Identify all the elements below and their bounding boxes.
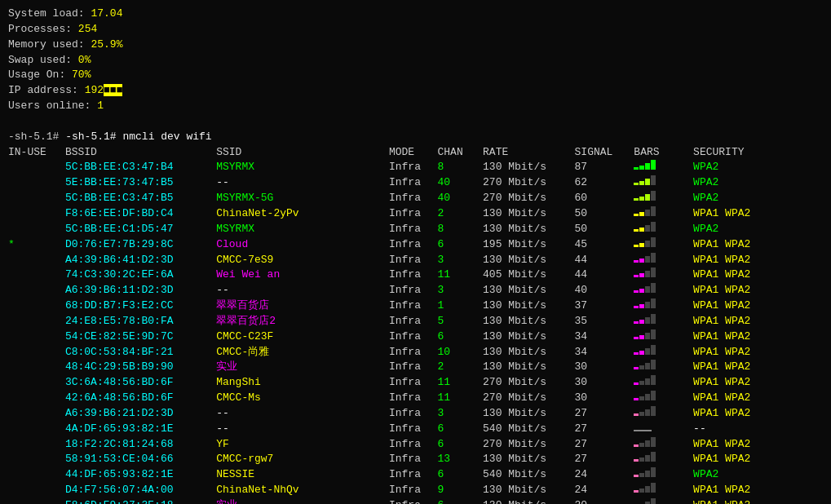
bar-segment <box>634 382 639 385</box>
cell-bssid: 44:DF:65:93:82:1E <box>65 467 216 483</box>
cell-bars <box>634 314 693 329</box>
cell-ssid: CMCC-rgw7 <box>216 452 389 467</box>
sysinfo-label-usage: Usage On: <box>8 69 65 81</box>
cell-mode: Infra <box>389 422 438 437</box>
bar-segment <box>645 486 650 493</box>
bar-segment <box>645 210 650 216</box>
cell-rate: 130 Mbit/s <box>483 345 574 360</box>
bar-segment <box>651 406 656 416</box>
bar-segment <box>651 360 656 369</box>
bar-segment <box>639 412 644 416</box>
cell-bars <box>634 191 693 206</box>
bar-segment <box>634 444 639 447</box>
table-row: 5C:BB:EE:C3:47:B5MSYRMX-5GInfra40270 Mbi… <box>8 191 823 206</box>
bar-segment <box>634 475 639 477</box>
bar-segment <box>645 256 650 263</box>
cell-rate: 130 Mbit/s <box>483 283 574 298</box>
cell-chan: 6 <box>437 422 483 437</box>
sysinfo-row-memory: Memory used: 25.9% <box>8 38 823 53</box>
cell-inuse <box>8 422 65 437</box>
bar-segment <box>651 452 656 462</box>
cell-bars <box>634 329 693 345</box>
bar-segment <box>645 348 650 355</box>
cell-security: WPA1 WPA2 <box>693 375 823 391</box>
cell-inuse <box>8 191 65 206</box>
cell-chan: 2 <box>437 206 483 222</box>
cell-bssid: A6:39:B6:11:D2:3D <box>65 283 216 298</box>
cell-rate: 130 Mbit/s <box>483 360 574 375</box>
cell-bars <box>634 437 693 453</box>
cell-signal: 40 <box>575 283 634 298</box>
bar-segment <box>651 483 656 493</box>
cell-rate: 270 Mbit/s <box>483 175 574 191</box>
cell-bssid: D4:F7:56:07:4A:00 <box>65 483 216 498</box>
bars-visual <box>634 483 656 493</box>
sysinfo-value-ip: 192■■■ <box>85 84 123 96</box>
sysinfo-label-ip: IP address: <box>8 84 78 96</box>
bar-segment <box>634 398 639 400</box>
table-row: A4:39:B6:41:D2:3DCMCC-7eS9Infra3130 Mbit… <box>8 253 823 268</box>
cell-inuse <box>8 375 65 391</box>
cell-bssid: 58:91:53:CE:04:66 <box>65 452 216 467</box>
bars-visual <box>634 329 656 339</box>
cell-bssid: 5C:BB:EE:C3:47:B4 <box>65 160 216 175</box>
cell-inuse <box>8 391 65 406</box>
sysinfo-value-usage: 70% <box>72 69 91 81</box>
cell-bssid: E8:6D:E9:27:3E:18 <box>65 498 216 504</box>
cell-ssid: 实业 <box>216 360 389 375</box>
cell-bars <box>634 237 693 253</box>
bar-segment <box>651 160 656 170</box>
cell-bars <box>634 283 693 298</box>
cell-bssid: 4A:DF:65:93:82:1E <box>65 422 216 437</box>
cell-bssid: 3C:6A:48:56:BD:6F <box>65 375 216 391</box>
bar-segment <box>634 337 639 339</box>
cell-chan: 6 <box>437 237 483 253</box>
cell-bars <box>634 298 693 314</box>
bars-visual <box>634 314 656 324</box>
cell-chan: 3 <box>437 406 483 422</box>
cell-signal: 34 <box>575 345 634 360</box>
bar-segment <box>639 243 644 247</box>
cell-security: WPA1 WPA2 <box>693 483 823 498</box>
cell-rate: 540 Mbit/s <box>483 422 574 437</box>
cell-inuse <box>8 329 65 345</box>
cell-ssid: Wei Wei an <box>216 267 389 283</box>
cell-mode: Infra <box>389 406 438 422</box>
sysinfo-value-load: 17.04 <box>91 7 122 20</box>
bars-visual <box>634 160 656 170</box>
cell-signal: 60 <box>575 191 634 206</box>
terminal-window: System load: 17.04 Processes: 254 Memory… <box>8 7 823 504</box>
sysinfo-value-memory: 25.9% <box>91 38 122 51</box>
table-row: 4A:DF:65:93:82:1E--Infra6540 Mbit/s27-- <box>8 422 823 437</box>
cell-inuse <box>8 483 65 498</box>
cell-chan: 5 <box>437 314 483 329</box>
sysinfo-row-usage: Usage On: 70% <box>8 68 823 83</box>
bar-segment <box>651 191 656 201</box>
bars-empty <box>634 430 652 431</box>
bar-segment <box>651 237 656 247</box>
bar-segment <box>645 378 650 385</box>
header-inuse: IN-USE <box>8 145 65 161</box>
bar-segment <box>651 267 656 277</box>
cell-mode: Infra <box>389 314 438 329</box>
command-prompt: -sh-5.1# <box>8 130 65 143</box>
bar-segment <box>645 455 650 462</box>
cell-ssid: CMCC-Ms <box>216 391 389 406</box>
cell-security: WPA1 WPA2 <box>693 360 823 375</box>
cell-bssid: 5C:BB:EE:C1:D5:47 <box>65 222 216 237</box>
cell-mode: Infra <box>389 360 438 375</box>
cell-inuse <box>8 298 65 314</box>
cell-chan: 8 <box>437 222 483 237</box>
command-line: -sh-5.1# -sh-5.1# nmcli dev wifi <box>8 130 823 145</box>
cell-ssid: 翠翠百货店2 <box>216 314 389 329</box>
cell-bssid: 5E:BB:EE:73:47:B5 <box>65 175 216 191</box>
cell-security: WPA1 WPA2 <box>693 267 823 283</box>
table-row: C8:0C:53:84:BF:21CMCC-尚雅Infra10130 Mbit/… <box>8 345 823 360</box>
bars-visual <box>634 237 656 247</box>
header-bssid: BSSID <box>65 145 216 161</box>
cell-rate: 130 Mbit/s <box>483 452 574 467</box>
cell-inuse <box>8 222 65 237</box>
sysinfo-row-ip: IP address: 192■■■ <box>8 83 823 99</box>
cell-signal: 44 <box>575 253 634 268</box>
table-header-row: IN-USE BSSID SSID MODE CHAN RATE SIGNAL … <box>8 145 823 161</box>
